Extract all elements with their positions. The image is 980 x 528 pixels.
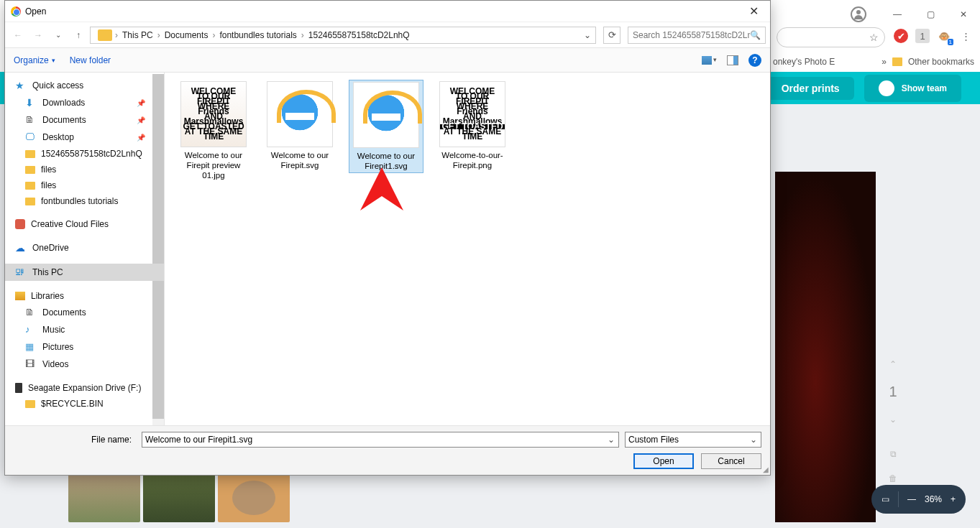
- duplicate-icon[interactable]: ⧉: [890, 449, 897, 459]
- breadcrumb-item[interactable]: fontbundles tutorials: [219, 30, 296, 40]
- ext-avast-icon[interactable]: ✔: [894, 29, 908, 43]
- maximize-button[interactable]: ▢: [914, 4, 947, 25]
- order-prints-button[interactable]: Order prints: [767, 77, 854, 100]
- tree-lib-music[interactable]: ♪Music: [5, 321, 164, 338]
- search-field[interactable]: [633, 30, 750, 40]
- other-bookmarks[interactable]: Other bookmarks: [908, 57, 974, 67]
- cancel-button[interactable]: Cancel: [701, 453, 761, 469]
- chevron-down-icon[interactable]: ⌄: [889, 414, 897, 425]
- folder-icon: [25, 400, 35, 408]
- tree-folder[interactable]: files: [5, 162, 164, 177]
- nav-tree: ★Quick access ⬇Downloads📌 🗎Documents📌 🖵D…: [5, 73, 165, 425]
- account-icon[interactable]: [851, 6, 866, 22]
- tree-desktop[interactable]: 🖵Desktop📌: [5, 129, 164, 146]
- tree-creative-cloud[interactable]: Creative Cloud Files: [5, 216, 164, 232]
- star-icon[interactable]: ☆: [869, 32, 879, 43]
- new-folder-button[interactable]: New folder: [70, 55, 111, 65]
- bookmarks-more[interactable]: »: [881, 57, 887, 67]
- tree-folder[interactable]: fontbundles tutorials: [5, 193, 164, 209]
- tree-folder[interactable]: files: [5, 177, 164, 193]
- folder-icon: [98, 29, 112, 41]
- file-name: Welcome-to-our-Firepit.png: [436, 150, 508, 170]
- extension-icons: ✔ 1 🐵1 ⋮: [894, 29, 973, 43]
- tree-quick-access[interactable]: ★Quick access: [5, 77, 164, 94]
- tree-folder[interactable]: $RECYCLE.BIN: [5, 396, 164, 412]
- view-button[interactable]: ▾: [702, 56, 717, 65]
- tree-libraries[interactable]: Libraries: [5, 288, 164, 304]
- zoom-in-button[interactable]: +: [951, 494, 956, 504]
- tree-lib-documents[interactable]: 🗎Documents: [5, 304, 164, 321]
- tree-downloads[interactable]: ⬇Downloads📌: [5, 94, 164, 111]
- pin-icon: 📌: [137, 134, 145, 142]
- filename-input[interactable]: Welcome to our Firepit1.svg ⌄: [142, 432, 619, 448]
- file-item[interactable]: WELCOMETO OUR FIREPITWHEREFriendsANDMars…: [176, 80, 251, 182]
- chrome-icon: [11, 6, 21, 17]
- breadcrumb-item[interactable]: 1524655875158tcD2LnhQ: [308, 30, 410, 40]
- breadcrumb-path: › This PC › Documents › fontbundles tuto…: [115, 30, 584, 40]
- folder-icon: [25, 166, 35, 174]
- folder-icon: [25, 198, 35, 205]
- bookmarks-bar: onkey's Photo E » Other bookmarks: [773, 52, 974, 72]
- folder-icon: [892, 57, 902, 66]
- tree-folder[interactable]: 1524655875158tcD2LnhQ: [5, 146, 164, 162]
- file-item-selected[interactable]: Welcome to our Firepit1.svg: [349, 80, 423, 173]
- zoom-level: 36%: [925, 494, 942, 504]
- file-thumbnail: [353, 82, 419, 148]
- show-team-label: Show team: [902, 83, 947, 93]
- thumbnail[interactable]: [68, 473, 140, 522]
- open-button[interactable]: Open: [633, 453, 694, 469]
- pin-icon: 📌: [137, 99, 145, 107]
- trash-icon[interactable]: 🗑: [889, 473, 897, 483]
- canvas-image[interactable]: [775, 172, 876, 522]
- preview-text: WELCOMETO OUR FIREPITWHEREFriendsANDMars…: [440, 89, 505, 139]
- omnibox[interactable]: ☆: [777, 27, 885, 47]
- tree-lib-videos[interactable]: 🎞Videos: [5, 356, 164, 373]
- resize-grip[interactable]: ◢: [763, 466, 769, 473]
- dropdown-icon[interactable]: ⌄: [748, 434, 759, 445]
- chevron-up-icon[interactable]: ⌃: [889, 359, 897, 369]
- preview-pane-button[interactable]: [727, 55, 738, 65]
- tree-lib-pictures[interactable]: ▦Pictures: [5, 338, 164, 356]
- onedrive-icon: ☁: [15, 242, 27, 254]
- organize-button[interactable]: Organize ▾: [14, 55, 55, 65]
- bookmark-item[interactable]: onkey's Photo E: [773, 57, 835, 67]
- breadcrumb[interactable]: › This PC › Documents › fontbundles tuto…: [90, 27, 596, 44]
- ext-icon[interactable]: 1: [915, 29, 930, 43]
- show-team-button[interactable]: Show team: [864, 75, 961, 102]
- dialog-footer: File name: Welcome to our Firepit1.svg ⌄…: [5, 425, 770, 475]
- dropdown-icon[interactable]: ⌄: [605, 434, 617, 445]
- up-button[interactable]: ↑: [70, 27, 87, 44]
- tree-seagate[interactable]: Seagate Expansion Drive (F:): [5, 380, 164, 396]
- tree-documents[interactable]: 🗎Documents📌: [5, 111, 164, 129]
- music-icon: ♪: [25, 324, 37, 335]
- tree-this-pc[interactable]: 🖳This PC: [5, 264, 164, 281]
- zoom-out-button[interactable]: —: [907, 494, 916, 504]
- refresh-button[interactable]: ⟳: [603, 27, 620, 44]
- chrome-menu-icon[interactable]: ⋮: [958, 29, 973, 43]
- recent-dropdown[interactable]: ⌄: [50, 27, 67, 44]
- file-thumbnail: [267, 81, 333, 147]
- present-icon[interactable]: ▭: [881, 494, 889, 504]
- dialog-close-button[interactable]: ✕: [743, 4, 764, 18]
- forward-button[interactable]: →: [29, 27, 47, 44]
- help-icon[interactable]: ?: [748, 54, 761, 67]
- file-list[interactable]: WELCOMETO OUR FIREPITWHEREFriendsANDMars…: [165, 73, 770, 425]
- breadcrumb-item[interactable]: This PC: [122, 30, 153, 40]
- back-button[interactable]: ←: [9, 27, 27, 44]
- search-input[interactable]: 🔍: [628, 27, 766, 44]
- file-type-select[interactable]: Custom Files ⌄: [625, 432, 761, 448]
- close-window-button[interactable]: ✕: [947, 4, 980, 25]
- ie-icon: [366, 95, 406, 135]
- path-dropdown[interactable]: ⌄: [584, 30, 591, 40]
- breadcrumb-item[interactable]: Documents: [165, 30, 209, 40]
- libraries-icon: [15, 292, 25, 300]
- file-item[interactable]: WELCOMETO OUR FIREPITWHEREFriendsANDMars…: [435, 80, 510, 172]
- tree-onedrive[interactable]: ☁OneDrive: [5, 239, 164, 256]
- thumbnail[interactable]: [143, 473, 215, 522]
- file-thumbnail: WELCOMETO OUR FIREPITWHEREFriendsANDMars…: [439, 81, 505, 147]
- file-item[interactable]: Welcome to our Firepit.svg: [262, 80, 337, 172]
- page-nav: ⌃ 1 ⌄ ⧉ 🗑: [889, 359, 897, 483]
- ext-badge-icon[interactable]: 🐵1: [937, 29, 951, 43]
- minimize-button[interactable]: —: [881, 4, 914, 25]
- thumbnail[interactable]: [218, 473, 290, 522]
